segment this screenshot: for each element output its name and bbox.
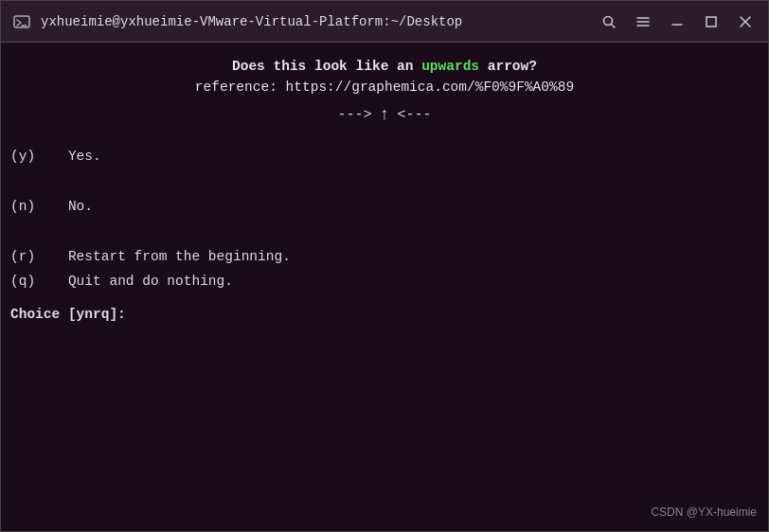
question-suffix: arrow? xyxy=(479,59,537,74)
menu-r-label: Restart from the beginning. xyxy=(68,249,291,264)
watermark: CSDN @YX-hueimie xyxy=(651,504,757,522)
terminal-window: yxhueimie@yxhueimie-VMware-Virtual-Platf… xyxy=(0,0,769,532)
terminal-app-icon xyxy=(9,9,35,35)
close-button[interactable] xyxy=(730,9,760,35)
prompt-text: Choice [ynrq]: xyxy=(10,307,126,322)
menu-button[interactable] xyxy=(628,9,658,35)
minimize-button[interactable] xyxy=(662,9,692,35)
prompt-line: Choice [ynrq]: xyxy=(10,304,759,325)
search-button[interactable] xyxy=(594,9,624,35)
window-title: yxhueimie@yxhueimie-VMware-Virtual-Platf… xyxy=(41,14,462,29)
menu-item-yes: (y) Yes. xyxy=(10,146,759,167)
svg-rect-8 xyxy=(706,17,716,27)
arrow-left-text: ---> xyxy=(338,104,372,126)
maximize-button[interactable] xyxy=(696,9,726,35)
menu-n-label: No. xyxy=(68,199,93,214)
menu-y-key: (y) xyxy=(10,149,35,164)
question-line: Does this look like an upwards arrow? xyxy=(10,56,759,77)
arrow-demo-line: ---> ↑ <--- xyxy=(10,102,759,129)
reference-text: reference: https://graphemica.com/%F0%9F… xyxy=(195,80,574,95)
menu-item-restart: (r) Restart from the beginning. xyxy=(10,246,759,267)
menu-r-key: (r) xyxy=(10,249,35,264)
titlebar-left: yxhueimie@yxhueimie-VMware-Virtual-Platf… xyxy=(9,9,462,35)
titlebar-controls xyxy=(594,9,760,35)
up-arrow-symbol: ↑ xyxy=(380,102,390,129)
menu-q-key: (q) xyxy=(10,274,35,289)
menu-y-label: Yes. xyxy=(68,149,101,164)
titlebar: yxhueimie@yxhueimie-VMware-Virtual-Platf… xyxy=(1,1,768,43)
menu-section: (y) Yes. (n) No. (r) Restart from the be… xyxy=(10,146,759,293)
arrow-right-text: <--- xyxy=(397,104,431,126)
terminal-body[interactable]: Does this look like an upwards arrow? re… xyxy=(1,43,768,531)
menu-item-no: (n) No. xyxy=(10,196,759,217)
menu-q-label: Quit and do nothing. xyxy=(68,274,233,289)
question-highlight: upwards xyxy=(421,59,479,74)
menu-n-key: (n) xyxy=(10,199,35,214)
svg-line-3 xyxy=(612,24,616,27)
menu-item-quit: (q) Quit and do nothing. xyxy=(10,271,759,292)
reference-line: reference: https://graphemica.com/%F0%9F… xyxy=(10,77,759,98)
question-prefix: Does this look like an xyxy=(232,59,421,74)
